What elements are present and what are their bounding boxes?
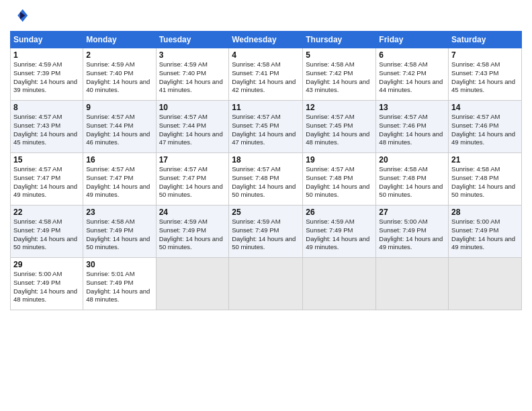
day-info: Sunrise: 4:57 AMSunset: 7:48 PMDaylight:… [232, 165, 300, 199]
day-number: 26 [306, 208, 373, 217]
calendar-cell: 26Sunrise: 4:59 AMSunset: 7:49 PMDayligh… [303, 205, 376, 258]
calendar-cell: 29Sunrise: 5:00 AMSunset: 7:49 PMDayligh… [11, 258, 83, 310]
calendar-cell: 11Sunrise: 4:57 AMSunset: 7:45 PMDayligh… [229, 101, 303, 153]
day-info: Sunrise: 4:58 AMSunset: 7:48 PMDaylight:… [451, 165, 519, 199]
day-number: 28 [451, 208, 519, 217]
calendar-cell: 8Sunrise: 4:57 AMSunset: 7:43 PMDaylight… [11, 101, 83, 153]
page: SundayMondayTuesdayWednesdayThursdayFrid… [0, 0, 532, 411]
calendar-cell [156, 258, 229, 310]
day-info: Sunrise: 4:59 AMSunset: 7:49 PMDaylight:… [232, 218, 300, 252]
calendar-row: 8Sunrise: 4:57 AMSunset: 7:43 PMDaylight… [11, 101, 522, 153]
calendar-cell: 2Sunrise: 4:59 AMSunset: 7:40 PMDaylight… [83, 48, 156, 101]
day-info: Sunrise: 4:58 AMSunset: 7:42 PMDaylight:… [306, 60, 373, 95]
day-number: 8 [13, 103, 80, 112]
col-header-tuesday: Tuesday [156, 32, 229, 48]
day-info: Sunrise: 4:57 AMSunset: 7:48 PMDaylight:… [306, 165, 373, 199]
calendar-cell: 4Sunrise: 4:58 AMSunset: 7:41 PMDaylight… [229, 48, 303, 101]
day-info: Sunrise: 5:00 AMSunset: 7:49 PMDaylight:… [451, 218, 519, 252]
day-number: 20 [379, 155, 445, 165]
logo-icon [10, 7, 29, 26]
day-number: 30 [86, 260, 152, 269]
day-number: 23 [86, 208, 152, 217]
day-info: Sunrise: 4:59 AMSunset: 7:49 PMDaylight:… [306, 218, 373, 252]
day-number: 21 [451, 155, 519, 165]
day-info: Sunrise: 4:59 AMSunset: 7:49 PMDaylight:… [159, 218, 226, 252]
calendar-cell [303, 258, 376, 310]
day-info: Sunrise: 4:58 AMSunset: 7:49 PMDaylight:… [13, 218, 80, 252]
day-number: 3 [159, 50, 226, 60]
calendar-cell: 5Sunrise: 4:58 AMSunset: 7:42 PMDaylight… [303, 48, 376, 101]
calendar-cell: 17Sunrise: 4:57 AMSunset: 7:47 PMDayligh… [156, 153, 229, 205]
day-number: 29 [13, 260, 80, 269]
day-number: 24 [159, 208, 226, 217]
day-info: Sunrise: 4:58 AMSunset: 7:41 PMDaylight:… [232, 60, 300, 95]
day-number: 1 [13, 50, 80, 60]
day-info: Sunrise: 4:58 AMSunset: 7:42 PMDaylight:… [379, 60, 445, 95]
calendar-cell: 3Sunrise: 4:59 AMSunset: 7:40 PMDaylight… [156, 48, 229, 101]
calendar-cell: 20Sunrise: 4:58 AMSunset: 7:48 PMDayligh… [376, 153, 449, 205]
day-number: 13 [379, 103, 445, 112]
day-number: 27 [379, 208, 445, 217]
day-info: Sunrise: 4:57 AMSunset: 7:47 PMDaylight:… [13, 165, 80, 199]
day-info: Sunrise: 4:57 AMSunset: 7:45 PMDaylight:… [232, 113, 300, 147]
calendar-cell [376, 258, 449, 310]
calendar-cell: 7Sunrise: 4:58 AMSunset: 7:43 PMDaylight… [449, 48, 522, 101]
day-info: Sunrise: 5:01 AMSunset: 7:49 PMDaylight:… [86, 270, 152, 304]
calendar-cell: 21Sunrise: 4:58 AMSunset: 7:48 PMDayligh… [449, 153, 522, 205]
calendar-cell: 25Sunrise: 4:59 AMSunset: 7:49 PMDayligh… [229, 205, 303, 258]
calendar-cell: 19Sunrise: 4:57 AMSunset: 7:48 PMDayligh… [303, 153, 376, 205]
day-number: 10 [159, 103, 226, 112]
day-info: Sunrise: 4:57 AMSunset: 7:44 PMDaylight:… [86, 113, 152, 147]
calendar-cell: 13Sunrise: 4:57 AMSunset: 7:46 PMDayligh… [376, 101, 449, 153]
calendar-row: 29Sunrise: 5:00 AMSunset: 7:49 PMDayligh… [11, 258, 522, 310]
day-number: 11 [232, 103, 300, 112]
day-info: Sunrise: 4:57 AMSunset: 7:44 PMDaylight:… [159, 113, 226, 147]
calendar-cell [449, 258, 522, 310]
day-info: Sunrise: 4:57 AMSunset: 7:46 PMDaylight:… [379, 113, 445, 147]
day-info: Sunrise: 4:58 AMSunset: 7:43 PMDaylight:… [451, 60, 519, 95]
calendar: SundayMondayTuesdayWednesdayThursdayFrid… [10, 31, 522, 310]
day-number: 9 [86, 103, 152, 112]
day-number: 17 [159, 155, 226, 165]
calendar-row: 1Sunrise: 4:59 AMSunset: 7:39 PMDaylight… [11, 48, 522, 101]
day-number: 2 [86, 50, 152, 60]
day-info: Sunrise: 4:57 AMSunset: 7:45 PMDaylight:… [306, 113, 373, 147]
day-number: 19 [306, 155, 373, 165]
calendar-cell: 14Sunrise: 4:57 AMSunset: 7:46 PMDayligh… [449, 101, 522, 153]
col-header-wednesday: Wednesday [229, 32, 303, 48]
calendar-cell: 1Sunrise: 4:59 AMSunset: 7:39 PMDaylight… [11, 48, 83, 101]
day-info: Sunrise: 4:57 AMSunset: 7:47 PMDaylight:… [159, 165, 226, 199]
col-header-monday: Monday [83, 32, 156, 48]
calendar-row: 22Sunrise: 4:58 AMSunset: 7:49 PMDayligh… [11, 205, 522, 258]
logo [10, 7, 32, 26]
day-number: 25 [232, 208, 300, 217]
calendar-cell: 12Sunrise: 4:57 AMSunset: 7:45 PMDayligh… [303, 101, 376, 153]
day-number: 15 [13, 155, 80, 165]
day-number: 12 [306, 103, 373, 112]
day-number: 6 [379, 50, 445, 60]
day-info: Sunrise: 5:00 AMSunset: 7:49 PMDaylight:… [379, 218, 445, 252]
calendar-cell: 6Sunrise: 4:58 AMSunset: 7:42 PMDaylight… [376, 48, 449, 101]
header-row: SundayMondayTuesdayWednesdayThursdayFrid… [11, 32, 522, 48]
day-number: 22 [13, 208, 80, 217]
calendar-cell: 18Sunrise: 4:57 AMSunset: 7:48 PMDayligh… [229, 153, 303, 205]
col-header-friday: Friday [376, 32, 449, 48]
day-info: Sunrise: 5:00 AMSunset: 7:49 PMDaylight:… [13, 270, 80, 304]
col-header-thursday: Thursday [303, 32, 376, 48]
day-info: Sunrise: 4:58 AMSunset: 7:49 PMDaylight:… [86, 218, 152, 252]
calendar-cell: 10Sunrise: 4:57 AMSunset: 7:44 PMDayligh… [156, 101, 229, 153]
calendar-cell: 27Sunrise: 5:00 AMSunset: 7:49 PMDayligh… [376, 205, 449, 258]
day-info: Sunrise: 4:59 AMSunset: 7:40 PMDaylight:… [86, 60, 152, 95]
day-number: 18 [232, 155, 300, 165]
day-number: 14 [451, 103, 519, 112]
calendar-cell: 28Sunrise: 5:00 AMSunset: 7:49 PMDayligh… [449, 205, 522, 258]
day-number: 16 [86, 155, 152, 165]
calendar-cell: 16Sunrise: 4:57 AMSunset: 7:47 PMDayligh… [83, 153, 156, 205]
calendar-cell: 22Sunrise: 4:58 AMSunset: 7:49 PMDayligh… [11, 205, 83, 258]
day-number: 7 [451, 50, 519, 60]
day-number: 4 [232, 50, 300, 60]
day-info: Sunrise: 4:57 AMSunset: 7:47 PMDaylight:… [86, 165, 152, 199]
calendar-row: 15Sunrise: 4:57 AMSunset: 7:47 PMDayligh… [11, 153, 522, 205]
col-header-sunday: Sunday [11, 32, 83, 48]
calendar-cell: 30Sunrise: 5:01 AMSunset: 7:49 PMDayligh… [83, 258, 156, 310]
